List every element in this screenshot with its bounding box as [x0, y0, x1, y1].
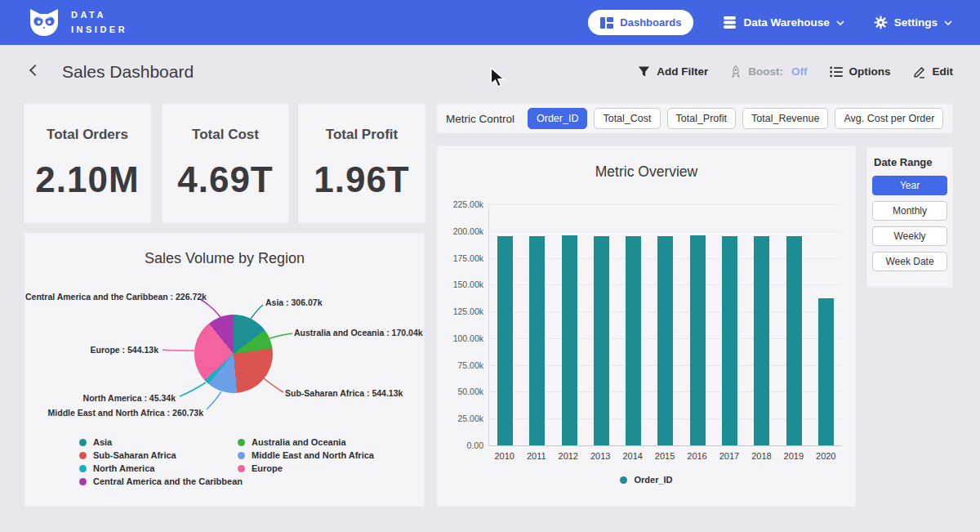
database-icon — [723, 16, 737, 29]
boost-label: Boost: — [748, 65, 783, 78]
chevron-down-icon — [944, 20, 952, 25]
metric-control-label: Metric Control — [446, 113, 514, 125]
legend-item-europe[interactable]: Europe — [238, 462, 374, 475]
edit-label: Edit — [933, 65, 954, 78]
pie-callout-middle-east-and-north-africa: Middle East and North Africa : 260.73k — [47, 408, 203, 418]
page-header: Sales Dashboard Add Filter Boost: Off — [0, 45, 980, 98]
bar-2017[interactable] — [722, 236, 737, 445]
kpi-value: 1.96T — [314, 159, 410, 200]
kpi-card-total-cost: Total Cost 4.69T — [162, 104, 289, 223]
metric-option-total-profit[interactable]: Total_Profit — [667, 108, 737, 129]
y-tick-label: 125.00k — [438, 306, 483, 316]
x-tick-label: 2019 — [784, 451, 804, 461]
top-navbar: DATA INSIDER Dashboards Data Warehouse — [0, 0, 980, 45]
legend-label: Europe — [252, 463, 283, 473]
bar-2015[interactable] — [657, 236, 673, 445]
date-range-panel: Date Range YearMonthlyWeeklyWeek Date — [866, 147, 953, 288]
kpi-label: Total Cost — [192, 127, 259, 143]
x-tick-label: 2017 — [719, 451, 739, 461]
x-tick-label: 2012 — [559, 451, 578, 461]
date-range-option-week-date[interactable]: Week Date — [872, 252, 947, 271]
legend-label: Australia and Oceania — [252, 437, 346, 447]
pie-callout-europe: Europe : 544.13k — [25, 345, 158, 355]
date-range-option-year[interactable]: Year — [872, 176, 947, 195]
brand-line2: INSIDER — [71, 23, 127, 37]
edit-pencil-icon — [913, 65, 926, 78]
kpi-value: 2.10M — [35, 159, 139, 200]
bar-2010[interactable] — [497, 236, 513, 445]
pie-chart[interactable] — [194, 315, 273, 393]
pie-legend-col1: AsiaSub-Saharan AfricaNorth AmericaCentr… — [79, 436, 243, 488]
metric-option-total-cost[interactable]: Total_Cost — [594, 108, 660, 129]
pie-callout-central-america-and-the-caribbean: Central America and the Caribbean : 226.… — [25, 292, 198, 302]
pie-chart-title: Sales Volume by Region — [25, 250, 424, 267]
bar-2012[interactable] — [562, 235, 577, 445]
navbar-menu: Dashboards Data Warehouse — [588, 10, 952, 35]
options-list-icon — [830, 66, 843, 78]
legend-dot — [79, 465, 87, 472]
legend-label: North America — [93, 463, 154, 473]
metric-option-avg-cost-per-order[interactable]: Avg. Cost per Order — [835, 108, 943, 129]
brand[interactable]: DATA INSIDER — [28, 8, 127, 37]
legend-item-central-america-and-the-caribbean[interactable]: Central America and the Caribbean — [79, 475, 243, 488]
pie-callout-asia: Asia : 306.07k — [265, 297, 322, 307]
legend-item-middle-east-and-north-africa[interactable]: Middle East and North Africa — [238, 449, 374, 462]
settings-label: Settings — [894, 16, 938, 29]
dashboards-label: Dashboards — [620, 16, 681, 29]
options-button[interactable]: Options — [830, 65, 891, 78]
settings-menu[interactable]: Settings — [874, 16, 952, 29]
kpi-label: Total Profit — [326, 127, 398, 143]
edit-button[interactable]: Edit — [913, 65, 954, 78]
legend-dot — [79, 439, 87, 446]
bar-2013[interactable] — [594, 236, 609, 445]
y-tick-label: 75.00k — [438, 360, 483, 370]
date-range-option-weekly[interactable]: Weekly — [872, 226, 947, 246]
metric-option-total-revenue[interactable]: Total_Revenue — [742, 108, 828, 129]
legend-dot — [620, 476, 627, 484]
bar-2011[interactable] — [529, 236, 545, 445]
kpi-label: Total Orders — [47, 127, 128, 143]
legend-item-sub-saharan-africa[interactable]: Sub-Saharan Africa — [79, 449, 243, 462]
y-tick-label: 150.00k — [438, 279, 483, 289]
x-tick-label: 2011 — [527, 451, 546, 461]
boost-toggle[interactable]: Boost: Off — [730, 65, 807, 78]
gear-icon — [874, 16, 888, 29]
dashboards-icon — [600, 17, 613, 29]
kpi-value: 4.69T — [177, 159, 274, 200]
date-range-option-monthly[interactable]: Monthly — [872, 201, 947, 221]
legend-item-north-america[interactable]: North America — [79, 462, 243, 475]
gridline — [488, 445, 842, 446]
brand-line1: DATA — [71, 8, 127, 22]
pie-callout-australia-and-oceania: Australia and Oceania : 170.04k — [294, 328, 423, 338]
legend-dot — [79, 452, 87, 459]
legend-label: Middle East and North Africa — [252, 450, 374, 460]
data-warehouse-menu[interactable]: Data Warehouse — [723, 16, 844, 29]
legend-dot — [238, 439, 245, 446]
legend-label: Sub-Saharan Africa — [93, 450, 176, 460]
date-range-options: YearMonthlyWeeklyWeek Date — [867, 176, 952, 271]
bar-2019[interactable] — [786, 236, 802, 445]
back-button[interactable] — [27, 64, 43, 80]
metric-option-order-id[interactable]: Order_ID — [528, 108, 587, 129]
legend-dot — [238, 452, 245, 459]
bar-2014[interactable] — [626, 236, 641, 445]
add-filter-button[interactable]: Add Filter — [638, 65, 708, 78]
bar-2018[interactable] — [754, 236, 769, 445]
bar-2016[interactable] — [690, 235, 706, 445]
legend-dot — [79, 478, 87, 485]
bar-2020[interactable] — [818, 298, 834, 445]
legend-label: Central America and the Caribbean — [93, 476, 243, 486]
legend-item-asia[interactable]: Asia — [79, 436, 243, 449]
options-label: Options — [849, 65, 891, 78]
legend-item-australia-and-oceania[interactable]: Australia and Oceania — [238, 436, 374, 449]
dashboards-button[interactable]: Dashboards — [588, 10, 693, 35]
bar-chart-plot — [488, 204, 842, 445]
bar-chart-legend[interactable]: Order_ID — [438, 475, 855, 485]
pie-callout-north-america: North America : 45.34k — [25, 393, 176, 403]
y-tick-label: 0.00 — [438, 440, 483, 450]
chevron-left-icon — [29, 64, 41, 75]
add-filter-label: Add Filter — [657, 65, 708, 78]
pie-legend-col2: Australia and OceaniaMiddle East and Nor… — [238, 436, 374, 475]
data-warehouse-label: Data Warehouse — [743, 16, 829, 29]
x-tick-label: 2020 — [816, 451, 835, 461]
